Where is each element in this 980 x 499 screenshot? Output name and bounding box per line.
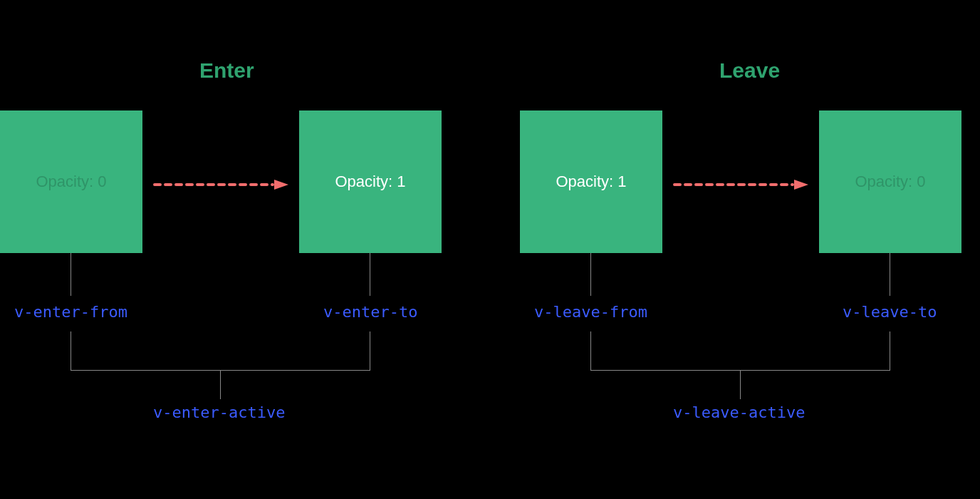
leave-title: Leave [719, 58, 780, 83]
leave-from-box: Opacity: 1 [520, 110, 662, 253]
enter-to-box: Opacity: 1 [299, 110, 442, 253]
diagram-canvas: Enter Opacity: 0 Opacity: 1 v-enter-from… [0, 0, 980, 499]
connector [220, 371, 221, 399]
enter-to-label: v-enter-to [323, 303, 417, 321]
enter-to-box-text: Opacity: 1 [335, 173, 405, 191]
connector [740, 371, 741, 399]
arrow-icon [153, 180, 288, 185]
leave-from-box-text: Opacity: 1 [556, 173, 626, 191]
enter-from-box-text: Opacity: 0 [36, 173, 106, 191]
connector [71, 253, 71, 296]
leave-active-label: v-leave-active [673, 403, 805, 421]
leave-to-box-text: Opacity: 0 [855, 173, 925, 191]
enter-from-label: v-enter-from [14, 303, 127, 321]
connector [590, 253, 591, 296]
arrow-icon [673, 180, 808, 185]
enter-title: Enter [199, 58, 254, 83]
brace [71, 331, 370, 371]
leave-from-label: v-leave-from [534, 303, 647, 321]
connector [370, 253, 370, 296]
svg-marker-1 [274, 180, 288, 190]
leave-to-label: v-leave-to [843, 303, 937, 321]
svg-marker-3 [794, 180, 808, 190]
connector [890, 253, 890, 296]
leave-to-box: Opacity: 0 [819, 110, 961, 253]
enter-from-box: Opacity: 0 [0, 110, 142, 253]
enter-active-label: v-enter-active [153, 403, 285, 421]
brace [590, 331, 890, 371]
